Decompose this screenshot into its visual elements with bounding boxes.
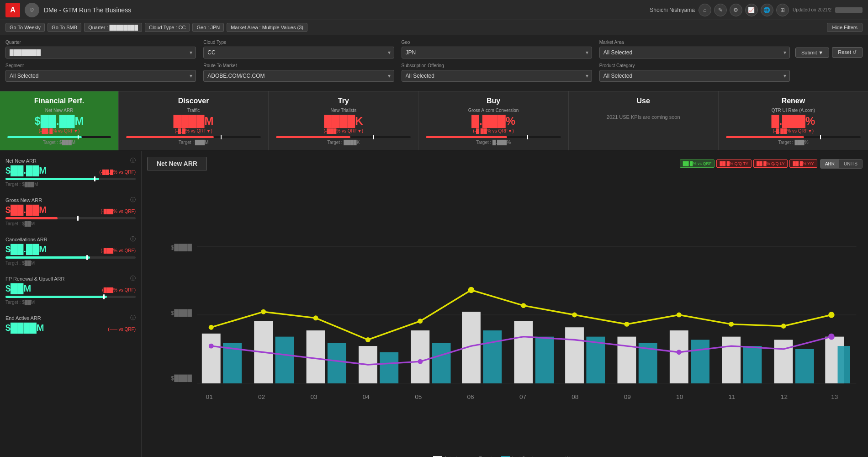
globe-icon[interactable]: 🌐 — [761, 4, 773, 16]
metric-fp-renewal-info[interactable]: ⓘ — [130, 275, 136, 282]
vs-qrf-button[interactable]: ██.█% vs QRF — [680, 159, 715, 168]
metric-gross-new-arr-bar — [5, 217, 136, 219]
kpi-try-target: Target : ████K — [276, 140, 411, 145]
app-icon: D — [25, 3, 39, 17]
bar-actuals-11 — [722, 337, 741, 383]
edit-icon[interactable]: ✎ — [714, 4, 727, 16]
right-panel: Net New ARR ██.█% vs QRF ██.█% Q/Q TY ██… — [142, 151, 868, 457]
chart-title-tab: Net New ARR — [147, 157, 207, 170]
kpi-renew-bar — [726, 136, 861, 138]
update-bar — [835, 7, 863, 13]
kpi-financial-value: $██.██M — [7, 115, 111, 128]
metric-gross-new-arr-info[interactable]: ⓘ — [130, 196, 136, 204]
kpi-buy-bar-marker — [527, 135, 528, 139]
svg-text:06: 06 — [467, 393, 474, 400]
geo-select[interactable]: JPN — [402, 47, 592, 58]
kpi-try-title: Try — [276, 97, 411, 105]
cloud-type-filter-chip[interactable]: Cloud Type : CC — [145, 23, 190, 32]
metric-cancellations-arr-target: Target : $██M — [5, 260, 136, 266]
cloud-type-group: Cloud Type CC ▾ — [203, 40, 394, 58]
subscription-offering-select[interactable]: All Selected — [402, 70, 592, 82]
bar-actuals-01 — [202, 334, 221, 383]
vs-yy-button[interactable]: ██.█% Y/Y — [789, 159, 817, 168]
target-dot-04 — [365, 337, 370, 342]
home-icon[interactable]: ⌂ — [699, 4, 711, 16]
kpi-discover-subtitle: Traffic — [126, 108, 261, 113]
market-area-label: Market Area — [599, 40, 790, 45]
kpi-discover-bar — [126, 136, 261, 138]
metric-cancellations-arr-bar-fill — [5, 256, 90, 259]
quarter-group: Quarter ████████ ▾ — [5, 40, 196, 58]
metric-net-new-arr-value: $██.██M — [5, 165, 47, 176]
vs-qty-button[interactable]: ██.█% Q/Q TY — [716, 159, 751, 168]
kpi-discover-bar-marker — [221, 135, 222, 139]
kpi-financial-bar-fill — [7, 136, 82, 138]
metric-cancellations-arr-bar — [5, 256, 136, 259]
metric-fp-renewal-name: FP Renewal & Upsell ARR — [5, 276, 64, 282]
svg-text:13: 13 — [831, 393, 838, 400]
vs-qly-button[interactable]: ██.█% Q/Q LY — [753, 159, 788, 168]
bar-target-11 — [743, 346, 762, 383]
metric-net-new-arr-name: Net New ARR — [5, 158, 37, 164]
quarter-select[interactable]: ████████ — [5, 47, 196, 58]
metric-fp-renewal-bar-marker — [103, 294, 105, 299]
kpi-renew-value: █.███% — [726, 115, 861, 128]
bar-target-03 — [328, 343, 346, 383]
svg-text:08: 08 — [572, 393, 578, 400]
arr-toggle-button[interactable]: ARR — [820, 159, 839, 168]
submit-button[interactable]: Submit ▼ — [795, 48, 829, 58]
product-category-select[interactable]: All Selected — [599, 70, 790, 82]
dropdowns-row-2: Segment All Selected ▾ Route To Market A… — [5, 63, 790, 82]
segment-select[interactable]: All Selected — [5, 70, 196, 82]
chart-controls: ██.█% vs QRF ██.█% Q/Q TY ██.█% Q/Q LY █… — [680, 159, 863, 169]
last-year-dot-05 — [418, 359, 423, 364]
kpi-discover-title: Discover — [126, 97, 261, 105]
main-content: Net New ARR ⓘ $██.██M (-██.█% vs QRF) Ta… — [0, 151, 868, 457]
target-dot-02 — [261, 309, 266, 314]
hide-filters-button[interactable]: Hide Filters — [827, 23, 863, 32]
metric-fp-renewal-bar — [5, 296, 136, 298]
bar-target-06 — [483, 330, 502, 383]
grid-icon[interactable]: ⊞ — [776, 4, 789, 16]
reset-button[interactable]: Reset ↺ — [832, 47, 863, 58]
market-area-filter-chip[interactable]: Market Area : Multiple Values (3) — [227, 23, 307, 32]
target-dot-05 — [418, 319, 423, 324]
kpi-buy-target: Target : █.███% — [426, 140, 561, 145]
bar-actuals-05 — [411, 330, 429, 383]
target-dot-13 — [828, 312, 835, 318]
metric-end-active-arr-info[interactable]: ⓘ — [130, 314, 136, 322]
market-area-select[interactable]: All Selected — [599, 47, 790, 58]
metric-end-active-arr-value: $████M — [5, 323, 44, 333]
chart-icon[interactable]: 📈 — [745, 4, 758, 16]
target-dot-06 — [468, 287, 475, 293]
bar-target-04 — [380, 352, 398, 383]
metric-net-new-arr-bar-fill — [5, 178, 99, 180]
top-right: Shoichi Nishiyama ⌂ ✎ ⚙ 📈 🌐 ⊞ Updated on… — [650, 4, 863, 16]
route-to-market-select[interactable]: ADOBE.COM/CC.COM — [203, 70, 394, 82]
goto-smb-chip[interactable]: Go To SMB — [48, 23, 81, 32]
settings-icon[interactable]: ⚙ — [730, 4, 742, 16]
route-to-market-group: Route To Market ADOBE.COM/CC.COM ▾ — [203, 63, 394, 82]
metric-gross-new-arr: Gross New ARR ⓘ $██.██M (-███% vs QRF) T… — [5, 196, 136, 226]
metric-net-new-arr-bar — [5, 178, 136, 180]
geo-label: Geo — [402, 40, 592, 45]
units-toggle-button[interactable]: UNITS — [839, 159, 862, 168]
dropdowns-area: Quarter ████████ ▾ Cloud Type CC ▾ — [0, 35, 868, 91]
geo-filter-chip[interactable]: Geo : JPN — [192, 23, 224, 32]
metric-gross-new-arr-bar-fill — [5, 217, 58, 219]
kpi-try-change: (-███% vs QRF▼) — [276, 128, 411, 133]
svg-text:$████: $████ — [171, 244, 192, 252]
svg-text:07: 07 — [519, 393, 526, 400]
metric-net-new-arr-info[interactable]: ⓘ — [130, 157, 136, 165]
kpi-card-renew: Renew QTR UI Rate (A.com) █.███% (-█.██%… — [719, 91, 868, 150]
svg-text:03: 03 — [310, 393, 317, 400]
metric-cancellations-arr-info[interactable]: ⓘ — [130, 235, 136, 243]
route-to-market-label: Route To Market — [203, 63, 394, 68]
cloud-type-select[interactable]: CC — [203, 47, 394, 58]
segment-group: Segment All Selected ▾ — [5, 63, 196, 82]
goto-weekly-chip[interactable]: Go To Weekly — [5, 23, 45, 32]
left-panel: Net New ARR ⓘ $██.██M (-██.█% vs QRF) Ta… — [0, 151, 142, 457]
quarter-filter-chip[interactable]: Quarter : ████████ — [84, 23, 142, 32]
kpi-renew-change: (-█.██% vs QRF▼) — [726, 128, 861, 133]
top-bar: A D DMe - GTM Run The Business Shoichi N… — [0, 0, 868, 20]
